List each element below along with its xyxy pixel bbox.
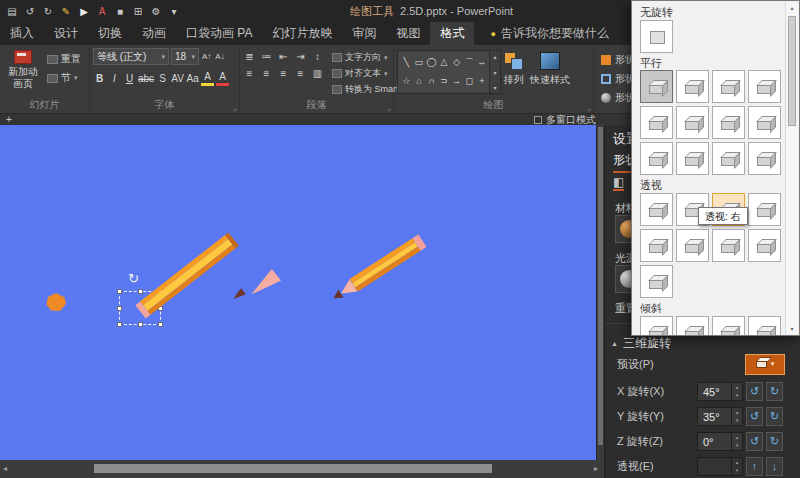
preset-dropdown-button[interactable]: ▾ [745, 354, 785, 375]
hexagon-shape[interactable] [46, 293, 66, 311]
sp in-down-icon[interactable]: ▾ [732, 466, 742, 475]
tab-pocket-animation[interactable]: 口袋动画 PA [176, 22, 262, 45]
preset-thumbnail[interactable] [712, 316, 745, 336]
line-spacing-icon[interactable]: ↕ [311, 51, 324, 62]
preset-thumbnail[interactable] [640, 316, 673, 336]
text-shadow-button[interactable]: S [156, 70, 169, 86]
indent-decrease-icon[interactable]: ⇤ [277, 51, 290, 62]
preset-thumbnail[interactable] [640, 106, 673, 139]
shape-oval-icon[interactable]: ◯ [426, 53, 437, 72]
preset-thumbnail[interactable] [712, 106, 745, 139]
shape-gallery[interactable]: ╲ ▭ ◯ △ ◇ ⌒ ↔ ☆ ⌂ ∩ ⊃ → ◻ + [397, 50, 501, 94]
change-case-button[interactable]: Aa [186, 70, 199, 86]
add-button[interactable]: + [6, 114, 12, 125]
pencil-tip-graphite-shape[interactable] [231, 288, 246, 302]
scroll-left-icon[interactable]: ◂ [3, 464, 7, 473]
spin-up-icon[interactable]: ▴ [732, 433, 742, 442]
dialog-launcher-icon[interactable]: ⌟ [587, 103, 591, 112]
scroll-down-icon[interactable]: ▾ [493, 69, 496, 76]
rotate-z-left-button[interactable]: ↺ [746, 432, 763, 451]
preset-thumbnail[interactable] [640, 265, 673, 298]
rotate-x-right-button[interactable]: ↻ [766, 382, 783, 401]
x-rotation-spinner[interactable]: 45° ▴▾ [697, 382, 743, 401]
pencil-body-shape[interactable] [135, 232, 238, 318]
strikethrough-button[interactable]: abc [138, 70, 154, 86]
tab-format[interactable]: 格式 [430, 22, 474, 45]
selection-handle[interactable] [117, 306, 122, 311]
shape-arrow-icon[interactable]: ↔ [476, 53, 487, 72]
scroll-up-icon[interactable]: ▴ [786, 4, 798, 11]
preset-thumbnail[interactable] [676, 229, 709, 262]
selection-handle[interactable] [117, 289, 122, 294]
shape-rect-icon[interactable]: ▭ [414, 53, 425, 72]
horizontal-scrollbar[interactable]: ◂ ▸ [0, 460, 604, 478]
shape-triangle-icon[interactable]: △ [439, 53, 450, 72]
spin-up-icon[interactable]: ▴ [732, 458, 742, 467]
rotation-handle-icon[interactable]: ↻ [128, 271, 139, 286]
gallery-scrollbar-thumb[interactable] [788, 16, 796, 126]
vertical-scrollbar[interactable] [596, 125, 604, 460]
shape-home-icon[interactable]: ⌂ [414, 72, 425, 91]
selection-handle[interactable] [117, 322, 122, 327]
spin-down-icon[interactable]: ▾ [732, 441, 742, 450]
tab-review[interactable]: 审阅 [342, 22, 386, 45]
rotate-y-left-button[interactable]: ↺ [746, 407, 763, 426]
align-right-icon[interactable]: ≡ [277, 68, 290, 79]
horizontal-scrollbar-thumb[interactable] [94, 464, 492, 473]
spin-up-icon[interactable]: ▴ [732, 408, 742, 417]
arrange-button[interactable]: 排列 [504, 52, 524, 100]
rotate-z-right-button[interactable]: ↻ [766, 432, 783, 451]
font-name-combo[interactable]: 等线 (正文)▾ [93, 48, 169, 65]
table-icon[interactable]: ⊞ [130, 6, 146, 17]
shape-partial-icon[interactable]: ⊃ [439, 72, 450, 91]
preset-thumbnail[interactable] [640, 70, 673, 103]
pencil-shape[interactable] [329, 234, 426, 304]
redo-icon[interactable]: ↻ [40, 6, 56, 17]
bullets-icon[interactable]: ≣ [243, 51, 256, 62]
grow-font-button[interactable]: A↑ [201, 52, 212, 61]
undo-icon[interactable]: ↺ [22, 6, 38, 17]
shape-arch-icon[interactable]: ∩ [426, 72, 437, 91]
preset-thumbnail[interactable] [640, 229, 673, 262]
tab-view[interactable]: 视图 [386, 22, 430, 45]
selection-handle[interactable] [138, 289, 143, 294]
fill-icon[interactable]: ■ [112, 6, 128, 17]
dialog-launcher-icon[interactable]: ⌟ [387, 103, 391, 112]
highlight-color-button[interactable]: A [201, 70, 214, 86]
multi-window-toggle[interactable]: 多窗口模式 [534, 114, 596, 125]
scroll-right-icon[interactable]: ▸ [594, 464, 598, 473]
preset-thumbnail[interactable] [712, 142, 745, 175]
save-icon[interactable]: ▤ [4, 6, 20, 17]
slide-canvas[interactable]: ↻ [0, 125, 596, 460]
preset-thumbnail[interactable] [748, 316, 781, 336]
shape-arc-icon[interactable]: ⌒ [464, 53, 475, 72]
font-color-icon[interactable]: A [94, 6, 110, 17]
shape-diamond-icon[interactable]: ◇ [451, 53, 462, 72]
vertical-scrollbar-thumb[interactable] [598, 127, 603, 445]
columns-icon[interactable]: ▥ [311, 68, 324, 79]
justify-icon[interactable]: ≡ [294, 68, 307, 79]
bold-button[interactable]: B [93, 70, 106, 86]
font-size-combo[interactable]: 18▾ [171, 48, 199, 65]
underline-button[interactable]: U [123, 70, 136, 86]
quick-styles-button[interactable]: 快速样式 [530, 52, 570, 100]
shape-square-icon[interactable]: ◻ [464, 72, 475, 91]
preset-thumbnail[interactable] [712, 70, 745, 103]
spin-up-icon[interactable]: ▴ [732, 383, 742, 392]
spin-down-icon[interactable]: ▾ [732, 391, 742, 400]
spin-down-icon[interactable]: ▾ [732, 416, 742, 425]
preset-thumbnail[interactable] [748, 193, 781, 226]
rotate-y-right-button[interactable]: ↻ [766, 407, 783, 426]
preset-thumbnail[interactable] [676, 142, 709, 175]
indent-increase-icon[interactable]: ⇥ [294, 51, 307, 62]
shrink-font-button[interactable]: A↓ [214, 52, 225, 61]
scroll-down-icon[interactable]: ▾ [786, 325, 798, 332]
shape-right-arrow-icon[interactable]: → [451, 72, 462, 91]
rotate-x-left-button[interactable]: ↺ [746, 382, 763, 401]
tab-transitions[interactable]: 切换 [88, 22, 132, 45]
new-animation-slide-button[interactable]: 新加动画页 [3, 48, 43, 90]
shape-star-icon[interactable]: ☆ [401, 72, 412, 91]
selection-handle[interactable] [138, 322, 143, 327]
numbering-icon[interactable]: ≔ [260, 51, 273, 62]
settings-icon[interactable]: ⚙ [148, 6, 164, 17]
